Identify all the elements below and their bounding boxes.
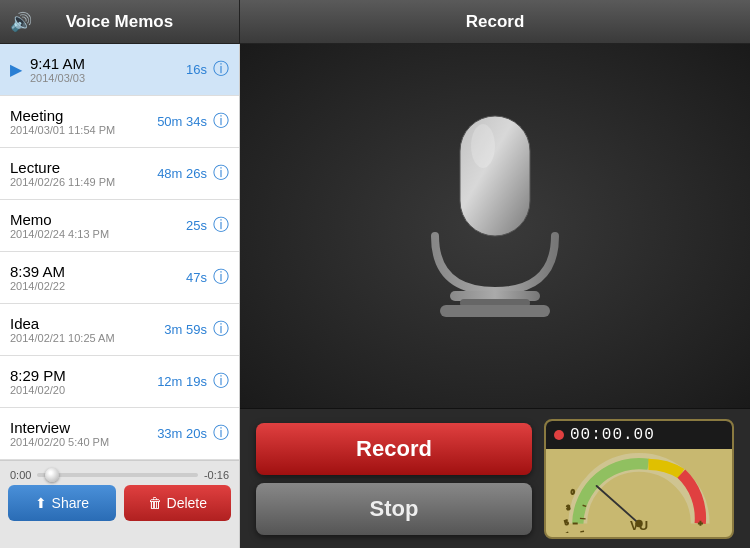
scrubber-time-end: -0:16 xyxy=(204,469,229,481)
info-icon[interactable]: ⓘ xyxy=(213,423,229,444)
memo-info: Memo 2014/02/24 4:13 PM xyxy=(10,211,186,240)
memo-item[interactable]: 8:29 PM 2014/02/20 12m 19s ⓘ xyxy=(0,356,239,408)
play-icon: ▶ xyxy=(10,60,22,79)
svg-text:3: 3 xyxy=(566,503,571,510)
memo-info: 9:41 AM 2014/03/03 xyxy=(30,55,186,84)
memo-title: Memo xyxy=(10,211,186,228)
trash-icon: 🗑 xyxy=(148,495,162,511)
memo-item[interactable]: Meeting 2014/03/01 11:54 PM 50m 34s ⓘ xyxy=(0,96,239,148)
info-icon[interactable]: ⓘ xyxy=(213,267,229,288)
memo-list: ▶ 9:41 AM 2014/03/03 16s ⓘ Meeting 2014/… xyxy=(0,44,239,460)
memo-info: 8:29 PM 2014/02/20 xyxy=(10,367,157,396)
record-controls: Record Stop 00:00.00 xyxy=(240,408,750,548)
vu-time-display: 00:00.00 xyxy=(570,426,655,444)
memo-date: 2014/02/21 10:25 AM xyxy=(10,332,164,344)
action-buttons: ⬆ Share 🗑 Delete xyxy=(0,485,239,529)
svg-rect-4 xyxy=(440,305,550,317)
scrubber-time-start: 0:00 xyxy=(10,469,31,481)
svg-point-1 xyxy=(471,124,495,168)
right-panel: Record Stop 00:00.00 xyxy=(240,44,750,548)
memo-item[interactable]: Lecture 2014/02/26 11:49 PM 48m 26s ⓘ xyxy=(0,148,239,200)
memo-info: 8:39 AM 2014/02/22 xyxy=(10,263,186,292)
vu-gauge: 20 10 7 5 3 xyxy=(546,449,732,537)
right-panel-header: Record xyxy=(240,0,750,43)
delete-label: Delete xyxy=(167,495,207,511)
scrubber-track[interactable] xyxy=(37,473,198,477)
memo-date: 2014/02/26 11:49 PM xyxy=(10,176,157,188)
stop-button[interactable]: Stop xyxy=(256,483,532,535)
memo-duration: 33m 20s xyxy=(157,426,207,441)
memo-date: 2014/03/01 11:54 PM xyxy=(10,124,157,136)
memo-duration: 50m 34s xyxy=(157,114,207,129)
memo-date: 2014/02/24 4:13 PM xyxy=(10,228,186,240)
top-bar: 🔊 Voice Memos Record xyxy=(0,0,750,44)
share-button[interactable]: ⬆ Share xyxy=(8,485,116,521)
scrubber-thumb[interactable] xyxy=(45,468,59,482)
vu-top-bar: 00:00.00 xyxy=(546,421,732,449)
memo-info: Idea 2014/02/21 10:25 AM xyxy=(10,315,164,344)
info-icon[interactable]: ⓘ xyxy=(213,319,229,340)
memo-info: Meeting 2014/03/01 11:54 PM xyxy=(10,107,157,136)
memo-title: Meeting xyxy=(10,107,157,124)
record-button[interactable]: Record xyxy=(256,423,532,475)
memo-duration: 12m 19s xyxy=(157,374,207,389)
info-icon[interactable]: ⓘ xyxy=(213,215,229,236)
mic-area xyxy=(240,44,750,408)
memo-info: Lecture 2014/02/26 11:49 PM xyxy=(10,159,157,188)
share-label: Share xyxy=(52,495,89,511)
memo-duration: 3m 59s xyxy=(164,322,207,337)
record-buttons: Record Stop xyxy=(256,423,532,535)
memo-item[interactable]: Idea 2014/02/21 10:25 AM 3m 59s ⓘ xyxy=(0,304,239,356)
info-icon[interactable]: ⓘ xyxy=(213,111,229,132)
memo-date: 2014/03/03 xyxy=(30,72,186,84)
memo-title: 9:41 AM xyxy=(30,55,186,72)
memo-title: 8:29 PM xyxy=(10,367,157,384)
memo-title: Interview xyxy=(10,419,157,436)
memo-duration: 48m 26s xyxy=(157,166,207,181)
memo-title: 8:39 AM xyxy=(10,263,186,280)
memo-item[interactable]: Memo 2014/02/24 4:13 PM 25s ⓘ xyxy=(0,200,239,252)
memo-date: 2014/02/20 5:40 PM xyxy=(10,436,157,448)
delete-button[interactable]: 🗑 Delete xyxy=(124,485,232,521)
memo-duration: 16s xyxy=(186,62,207,77)
info-icon[interactable]: ⓘ xyxy=(213,59,229,80)
memo-duration: 25s xyxy=(186,218,207,233)
share-icon: ⬆ xyxy=(35,495,47,511)
left-panel: ▶ 9:41 AM 2014/03/03 16s ⓘ Meeting 2014/… xyxy=(0,44,240,548)
microphone-icon xyxy=(395,96,595,356)
main-content: ▶ 9:41 AM 2014/03/03 16s ⓘ Meeting 2014/… xyxy=(0,44,750,548)
memo-item[interactable]: 8:39 AM 2014/02/22 47s ⓘ xyxy=(0,252,239,304)
vu-label: VU xyxy=(546,518,732,533)
right-panel-title: Record xyxy=(466,12,525,32)
svg-rect-0 xyxy=(460,116,530,236)
vu-recording-dot xyxy=(554,430,564,440)
left-panel-title: Voice Memos xyxy=(66,12,173,32)
memo-date: 2014/02/20 xyxy=(10,384,157,396)
memo-date: 2014/02/22 xyxy=(10,280,186,292)
left-panel-header: 🔊 Voice Memos xyxy=(0,0,240,43)
speaker-icon: 🔊 xyxy=(10,11,32,33)
memo-title: Idea xyxy=(10,315,164,332)
svg-text:0: 0 xyxy=(571,488,576,495)
memo-duration: 47s xyxy=(186,270,207,285)
vu-meter: 00:00.00 20 xyxy=(544,419,734,539)
memo-title: Lecture xyxy=(10,159,157,176)
info-icon[interactable]: ⓘ xyxy=(213,163,229,184)
scrubber-bar: 0:00 -0:16 xyxy=(0,461,239,485)
memo-info: Interview 2014/02/20 5:40 PM xyxy=(10,419,157,448)
memo-item[interactable]: ▶ 9:41 AM 2014/03/03 16s ⓘ xyxy=(0,44,239,96)
left-bottom-controls: 0:00 -0:16 ⬆ Share 🗑 Delete xyxy=(0,460,239,548)
info-icon[interactable]: ⓘ xyxy=(213,371,229,392)
memo-item[interactable]: Interview 2014/02/20 5:40 PM 33m 20s ⓘ xyxy=(0,408,239,460)
